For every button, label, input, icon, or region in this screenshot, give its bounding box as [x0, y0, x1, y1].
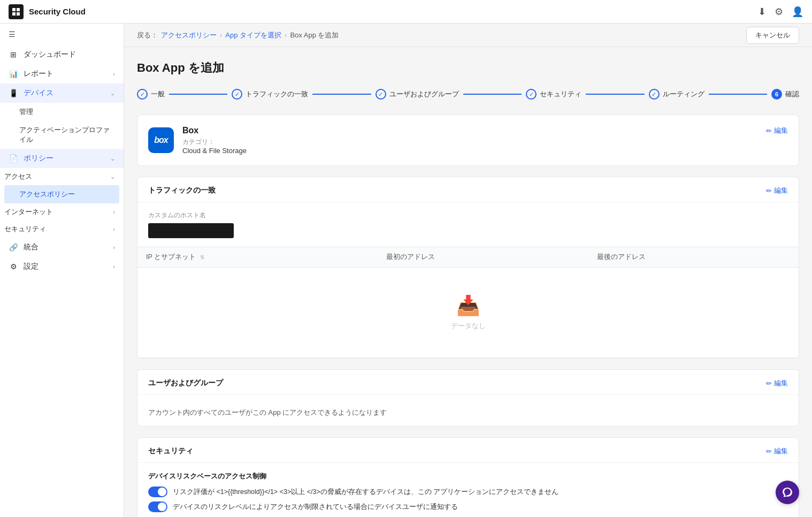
pencil-icon: ✏	[766, 187, 772, 195]
step-check-general: ✓	[137, 89, 148, 100]
chat-button[interactable]	[776, 481, 799, 504]
sidebar-item-label: アクセス	[4, 172, 32, 181]
svg-rect-0	[12, 8, 16, 11]
chevron-right-icon: ›	[113, 209, 115, 215]
breadcrumb-current: Box App を追加	[290, 31, 339, 40]
users-card-body: アカウント内のすべてのユーザがこの App にアクセスできるようになります	[137, 395, 799, 426]
chevron-right-icon: ›	[113, 244, 115, 250]
main-content: 戻る： アクセスポリシー ‹ App タイプを選択 ‹ Box App を追加 …	[124, 24, 812, 517]
settings-nav-icon: ⚙	[9, 262, 18, 271]
topbar-left: Security Cloud	[9, 4, 86, 19]
topbar: Security Cloud ⬇ ⚙ 👤	[0, 0, 812, 24]
sidebar-item-access-policy[interactable]: アクセスポリシー	[4, 185, 119, 203]
app-details: Box カテゴリ： Cloud & File Storage	[182, 126, 247, 155]
step-label-traffic: トラフィックの一致	[246, 90, 308, 99]
step-line-2	[312, 94, 371, 95]
chevron-right-icon: ›	[113, 71, 115, 77]
sidebar-item-reports[interactable]: 📊 レポート ›	[0, 64, 124, 83]
step-traffic: ✓ トラフィックの一致	[232, 89, 308, 100]
devices-subnav: 管理 アクティベーションプロファイル	[0, 103, 124, 149]
breadcrumb-app-type[interactable]: App タイプを選択	[225, 31, 281, 40]
step-label-confirm: 確認	[785, 90, 799, 99]
download-icon[interactable]: ⬇	[758, 6, 766, 18]
empty-inbox-icon: 📥	[456, 294, 480, 317]
sidebar-item-label: デバイス	[24, 88, 105, 98]
pencil-icon: ✏	[766, 127, 772, 135]
sidebar-item-policy[interactable]: 📄 ポリシー ⌄	[0, 149, 124, 168]
sidebar-item-internet[interactable]: インターネット ›	[0, 203, 124, 221]
step-line-3	[463, 94, 522, 95]
col-ip: IP とサブネット ⇅	[137, 247, 378, 268]
sidebar-item-management[interactable]: 管理	[0, 103, 124, 121]
step-check-security: ✓	[526, 89, 537, 100]
device-risk-label: デバイスリスクベースのアクセス制御	[148, 472, 788, 481]
sidebar-item-devices[interactable]: 📱 デバイス ⌄	[0, 83, 124, 103]
step-check-confirm: 6	[771, 89, 782, 100]
app-category-value: Cloud & File Storage	[182, 147, 247, 155]
sidebar-item-label: セキュリティ	[4, 224, 46, 234]
users-edit[interactable]: ✏ 編集	[766, 378, 788, 388]
breadcrumb-access-policy[interactable]: アクセスポリシー	[161, 31, 217, 40]
traffic-edit[interactable]: ✏ 編集	[766, 186, 788, 195]
steps-bar: ✓ 一般 ✓ トラフィックの一致 ✓ ユーザおよびグループ ✓	[137, 89, 799, 100]
edit-label: 編集	[774, 186, 788, 195]
sidebar-nav: ⊞ ダッシュボード 📊 レポート › 📱 デバイス ⌄ 管理 アクティベーション…	[0, 45, 124, 517]
sidebar-item-dashboard[interactable]: ⊞ ダッシュボード	[0, 45, 124, 64]
sidebar-item-label: 統合	[24, 242, 108, 252]
gear-icon[interactable]: ⚙	[775, 6, 783, 18]
toggle-text-risk: リスク評価が <1>{{threshold}}</1> <3>以上 </3>の脅…	[173, 488, 558, 497]
app-logo-box: box	[148, 127, 174, 153]
sidebar-item-label: ポリシー	[24, 154, 105, 163]
step-check-routing: ✓	[649, 89, 660, 100]
app-category-label: カテゴリ：	[182, 138, 247, 147]
step-label-users: ユーザおよびグループ	[389, 90, 459, 99]
step-confirm: 6 確認	[771, 89, 799, 100]
app-logo-text: box	[154, 135, 167, 145]
step-label-security: セキュリティ	[540, 90, 581, 99]
security-edit[interactable]: ✏ 編集	[766, 446, 788, 456]
step-check-traffic: ✓	[232, 89, 242, 100]
sidebar-item-access[interactable]: アクセス ⌄	[0, 168, 124, 185]
grid-icon: ⊞	[9, 50, 18, 59]
host-input-display	[148, 223, 234, 238]
sidebar-item-activation-profile[interactable]: アクティベーションプロファイル	[0, 121, 124, 149]
toggle-risk[interactable]	[148, 486, 167, 497]
step-line-1	[169, 94, 227, 95]
chevron-right-icon: ›	[113, 263, 115, 270]
toggle-row-notify: デバイスのリスクレベルによりアクセスが制限されている場合にデバイスユーザに通知す…	[148, 501, 788, 512]
user-icon[interactable]: 👤	[792, 6, 803, 18]
step-line-5	[709, 94, 767, 95]
traffic-card: トラフィックの一致 ✏ 編集 カスタムのホスト名 IP とサブネッ	[137, 177, 799, 359]
page-title: Box App を追加	[137, 60, 799, 76]
users-description: アカウント内のすべてのユーザがこの App にアクセスできるようになります	[148, 408, 788, 417]
step-general: ✓ 一般	[137, 89, 165, 100]
cancel-button[interactable]: キャンセル	[746, 27, 799, 44]
chevron-right-icon: ›	[113, 226, 115, 232]
app-logo	[9, 4, 24, 19]
toggle-notify[interactable]	[148, 501, 167, 512]
app-info-edit[interactable]: ✏ 編集	[766, 126, 788, 135]
sidebar-item-integration[interactable]: 🔗 統合 ›	[0, 238, 124, 257]
step-check-users: ✓	[376, 89, 386, 100]
security-card-body: デバイスリスクベースのアクセス制御 リスク評価が <1>{{threshold}…	[137, 463, 799, 517]
toggle-text-notify: デバイスのリスクレベルによりアクセスが制限されている場合にデバイスユーザに通知す…	[173, 503, 458, 512]
pencil-icon: ✏	[766, 447, 772, 455]
sidebar-toggle[interactable]: ☰	[0, 24, 124, 45]
ip-table: IP とサブネット ⇅ 最初のアドレス 最後のアドレス 📥	[137, 247, 799, 358]
sidebar-item-label: インターネット	[4, 207, 53, 217]
breadcrumb-bar: 戻る： アクセスポリシー ‹ App タイプを選択 ‹ Box App を追加 …	[124, 24, 812, 47]
chevron-down-icon: ⌄	[110, 173, 115, 180]
sidebar-item-security[interactable]: セキュリティ ›	[0, 221, 124, 238]
security-title: セキュリティ	[148, 446, 193, 456]
step-security: ✓ セキュリティ	[526, 89, 581, 100]
app-name: Box	[182, 126, 247, 135]
sidebar-item-settings[interactable]: ⚙ 設定 ›	[0, 257, 124, 276]
breadcrumb: 戻る： アクセスポリシー ‹ App タイプを選択 ‹ Box App を追加	[137, 31, 339, 40]
step-users: ✓ ユーザおよびグループ	[376, 89, 459, 100]
sort-icon[interactable]: ⇅	[200, 254, 204, 260]
security-card: セキュリティ ✏ 編集 デバイスリスクベースのアクセス制御 リスク評価が <1>…	[137, 437, 799, 517]
topbar-right: ⬇ ⚙ 👤	[758, 6, 803, 18]
back-label: 戻る：	[137, 31, 158, 40]
svg-rect-1	[17, 8, 20, 11]
empty-state: 📥 データなし	[146, 273, 790, 352]
